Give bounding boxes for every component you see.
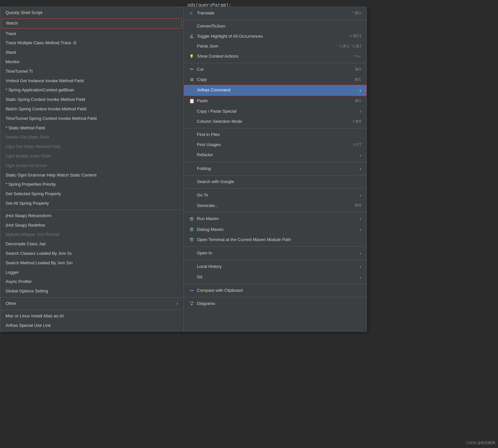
- left-menu-item-static-ognl-grammar[interactable]: Static Ognl Grammar Help Watch Static Co…: [0, 171, 183, 180]
- menu-item-left-generate: Generate...: [189, 202, 218, 209]
- left-menu-item-decompile-class[interactable]: Decompile Class Jad: [0, 239, 183, 249]
- right-menu-item-run-maven[interactable]: Run Maven›: [184, 214, 367, 224]
- menu-item-right-refactor: ›: [360, 152, 361, 159]
- right-menu-item-arthas-command[interactable]: Arthas Command›: [184, 85, 367, 96]
- svg-rect-6: [192, 302, 194, 303]
- submenu-arrow-refactor: ›: [360, 152, 361, 159]
- svg-rect-5: [190, 302, 191, 303]
- right-menu-item-folding[interactable]: Folding›: [184, 163, 367, 174]
- left-menu-item-watch[interactable]: Watch: [2, 18, 182, 28]
- menu-item-left-diagrams: Diagrams: [189, 300, 215, 307]
- right-menu-item-find-usages[interactable]: Find Usages⌥F7: [184, 140, 367, 150]
- scissors-icon: ✂: [189, 67, 194, 72]
- menu-item-left-paste: 📋Paste: [189, 98, 208, 104]
- right-menu-item-toggle-highlight[interactable]: Toggle Highlight of All Occurrences⌥⌘F3: [184, 31, 367, 42]
- left-menu-item-quickly-shell-script[interactable]: Quickly Shell Script: [0, 8, 183, 18]
- left-menu-item-logger[interactable]: Logger: [0, 268, 183, 277]
- left-menu-item-arthas-special[interactable]: Arthas Special Use Link: [0, 321, 183, 330]
- highlight-icon: [189, 34, 194, 39]
- svg-line-8: [190, 303, 192, 304]
- left-menu-item-async-profiler[interactable]: Async Profiler: [0, 277, 183, 287]
- right-menu-item-git[interactable]: Git›: [184, 272, 367, 283]
- menu-item-right-paste: ⌘V: [345, 98, 361, 104]
- right-menu-item-debug-maven[interactable]: Debug Maven›: [184, 224, 367, 235]
- left-menu-item-static-method-field[interactable]: * Static Method Field: [0, 123, 183, 133]
- menu-item-left-go-to: Go To: [189, 192, 208, 199]
- separator-sep2: [184, 63, 367, 63]
- left-menu-item-search-classes[interactable]: Search Classes Loaded By Jvm Sc: [0, 249, 183, 258]
- right-menu-item-translate[interactable]: 译 Translate⌃⌘U: [184, 8, 367, 18]
- menu-item-shortcut-column-selection: ⇧⌘8: [352, 119, 361, 125]
- left-menu-item-search-method[interactable]: Search Method Loaded By Jvm Sm: [0, 258, 183, 268]
- right-menu-item-column-selection[interactable]: Column Selection Mode⇧⌘8: [184, 117, 367, 127]
- menu-item-right-parse-json: ⌥⌘J, ⌥⌘J: [328, 43, 361, 49]
- menu-item-left-open-terminal-maven: Open Terminal at the Current Maven Modul…: [189, 236, 291, 243]
- right-menu-item-find-in-files[interactable]: Find in Files: [184, 130, 367, 140]
- right-menu-item-paste[interactable]: 📋Paste⌘V: [184, 96, 367, 106]
- menu-item-label-show-context-actions: Show Context Actions: [197, 53, 238, 60]
- left-menu-item-watch-spring-context[interactable]: Watch Spring Context Invoke Method Field: [0, 104, 183, 114]
- right-menu-item-open-terminal-maven[interactable]: Open Terminal at the Current Maven Modul…: [184, 235, 367, 245]
- right-menu-item-search-google[interactable]: Search with Google: [184, 177, 367, 187]
- left-menu-item-timetunnel-spring[interactable]: TimeTunnel Spring Context Invoke Method …: [0, 114, 183, 123]
- right-menu-item-local-history[interactable]: Local History›: [184, 261, 367, 272]
- right-menu-item-open-in[interactable]: Open In›: [184, 248, 367, 258]
- watermark-text: CSDN @南宫酥网: [466, 440, 495, 445]
- menu-item-left-column-selection: Column Selection Mode: [189, 118, 242, 125]
- menu-item-label-refactor: Refactor: [197, 152, 213, 159]
- left-menu-item-get-selected-spring[interactable]: Get Selected Spring Property: [0, 189, 183, 199]
- separator-sep9: [184, 260, 367, 260]
- menu-item-right-debug-maven: ›: [360, 226, 361, 233]
- submenu-arrow-open-in: ›: [360, 250, 361, 257]
- left-menu-item-spring-props-priority[interactable]: * Spring Properties Priority: [0, 180, 183, 189]
- right-menu-item-parse-json[interactable]: Parse Json⌥⌘J, ⌥⌘J: [184, 41, 367, 51]
- menu-item-shortcut-toggle-highlight: ⌥⌘F3: [348, 33, 361, 39]
- menu-item-label-column-selection: Column Selection Mode: [197, 118, 242, 125]
- right-menu-item-copy-paste-special[interactable]: Copy / Paste Special›: [184, 106, 367, 117]
- left-menu-item-other[interactable]: Other: [0, 299, 183, 308]
- left-menu-item-mac-install[interactable]: Mac or Linux Install Alias as.sh: [0, 311, 183, 321]
- left-menu-item-simple-get-static: Simple Get Static Field: [0, 133, 183, 142]
- left-menu-item-vmtool[interactable]: Vmtool Get Instance Invoke Method Field: [0, 76, 183, 86]
- left-menu-item-ognl-modify-static: Ognl Modify Static Field: [0, 152, 183, 161]
- menu-item-label-find-in-files: Find in Files: [197, 131, 220, 138]
- menu-item-shortcut-cut: ⌘X: [355, 66, 361, 73]
- right-menu-item-generate[interactable]: Generate...⌘N: [184, 201, 367, 211]
- submenu-arrow-copy-paste-special: ›: [360, 108, 361, 115]
- menu-item-label-search-google: Search with Google: [197, 178, 234, 185]
- menu-item-label-find-usages: Find Usages: [197, 141, 221, 148]
- right-menu-item-cut[interactable]: ✂Cut⌘X: [184, 65, 367, 75]
- menu-item-label-convert-to-json: ConvertToJson: [197, 23, 225, 30]
- left-menu-item-stack[interactable]: Stack: [0, 48, 183, 57]
- right-menu-item-copy[interactable]: ⧉Copy⌘C: [184, 75, 367, 85]
- left-menu-item-get-all-spring[interactable]: Get All Spring Property: [0, 199, 183, 208]
- left-menu-item-trace[interactable]: Trace: [0, 29, 183, 39]
- right-menu-item-show-context-actions[interactable]: 💡Show Context Actions⌥↩: [184, 51, 367, 62]
- right-menu-item-go-to[interactable]: Go To›: [184, 190, 367, 200]
- right-menu-item-diagrams[interactable]: Diagrams: [184, 299, 367, 309]
- svg-text:译: 译: [190, 12, 193, 15]
- left-menu-item-trace-multiple[interactable]: Trace Multiple Class Method Trace -E: [0, 38, 183, 48]
- right-menu-item-convert-to-json[interactable]: ConvertToJson: [184, 21, 367, 31]
- left-menu-item-hotswap-redefine[interactable]: (Hot Swap) Redefine: [0, 221, 183, 230]
- menu-item-label-paste: Paste: [197, 98, 208, 104]
- menu-item-label-run-maven: Run Maven: [197, 215, 219, 222]
- left-menu-item-monitor[interactable]: Monitor: [0, 57, 183, 67]
- menu-item-right-run-maven: ›: [360, 215, 361, 222]
- right-menu-item-compare-clipboard[interactable]: Compare with Clipboard: [184, 286, 367, 296]
- maven-terminal-icon: [189, 237, 194, 242]
- copy-icon: ⧉: [189, 77, 194, 82]
- maven-debug-icon: [189, 227, 194, 232]
- menu-item-left-parse-json: Parse Json: [189, 43, 218, 50]
- left-menu-item-global-options[interactable]: Global Options Setting: [0, 287, 183, 296]
- left-menu-item-timetunnel[interactable]: TimeTunnel Tt: [0, 67, 183, 76]
- right-menu-item-refactor[interactable]: Refactor›: [184, 150, 367, 160]
- left-menu-item-spring-app-context[interactable]: * Spring ApplicationContext getBean: [0, 85, 183, 95]
- maven-run-icon: [189, 216, 194, 222]
- left-menu-item-static-spring-context[interactable]: Static Spring Context Invoke Method Fiel…: [0, 95, 183, 104]
- left-menu-item-hotswap-retransform[interactable]: (Hot Swap) Retransform: [0, 211, 183, 221]
- separator-sep6: [184, 188, 367, 189]
- submenu-arrow-run-maven: ›: [360, 215, 361, 222]
- left-context-menu: Quickly Shell ScriptWatchTraceTrace Mult…: [0, 7, 183, 332]
- separator-sep7: [184, 212, 367, 212]
